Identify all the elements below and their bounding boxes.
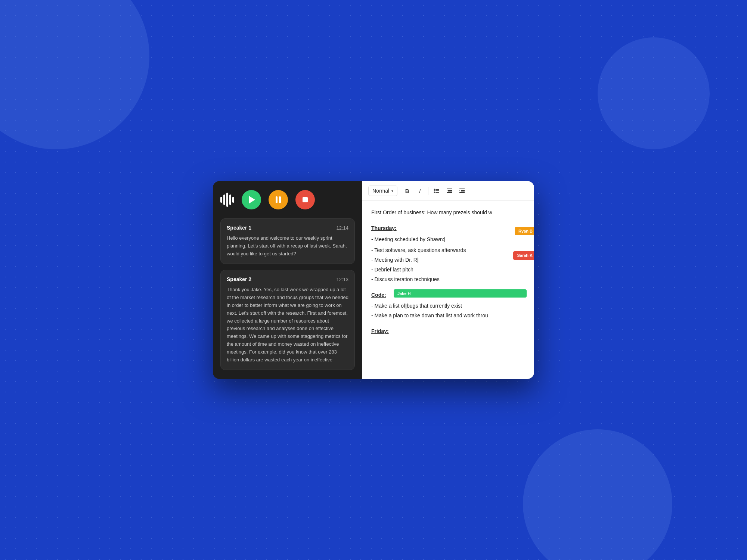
stop-icon: [303, 197, 308, 202]
svg-rect-7: [448, 190, 452, 191]
code-heading-container: Code: Jake H: [371, 291, 525, 300]
code-item-2: - Make a plan to take down that list and…: [371, 311, 525, 320]
thursday-item-1: - Meeting scheduled by Shawn:: [371, 235, 525, 244]
thursday-item-1-container: - Meeting scheduled by Shawn: Ryan B: [371, 235, 525, 244]
pause-bar-1: [276, 196, 278, 203]
bg-circle-tl: [0, 0, 149, 149]
left-panel: Speaker 1 12:14 Hello everyone and welco…: [213, 181, 362, 379]
wave-bar-2: [223, 195, 225, 205]
transcript-card-1: Speaker 1 12:14 Hello everyone and welco…: [220, 218, 355, 264]
toolbar-divider: [428, 187, 428, 195]
pause-bar-2: [279, 196, 281, 203]
svg-rect-11: [459, 189, 465, 189]
waveform-icon: [220, 192, 234, 207]
editor-toolbar: Normal ▾ B I: [362, 181, 534, 201]
svg-rect-0: [436, 189, 439, 190]
speaker-2-name: Speaker 2: [227, 276, 251, 282]
svg-rect-6: [447, 189, 452, 189]
style-label: Normal: [372, 188, 389, 194]
speaker-1-name: Speaker 1: [227, 225, 251, 231]
svg-rect-2: [436, 192, 439, 193]
thursday-section: Thursday: - Meeting scheduled by Shawn: …: [371, 224, 525, 284]
pause-icon: [276, 196, 281, 203]
svg-rect-9: [447, 192, 452, 193]
svg-point-5: [434, 192, 435, 193]
svg-marker-10: [447, 190, 447, 191]
thursday-item-5: - Discuss iteration techniques: [371, 275, 525, 284]
svg-rect-1: [436, 190, 439, 191]
transcript-text-2: Thank you Jake. Yes, so last week we wra…: [227, 286, 348, 364]
editor-content[interactable]: First Order of business: How many prezel…: [362, 201, 534, 379]
editor-intro: First Order of business: How many prezel…: [371, 208, 525, 217]
timestamp-2: 12:13: [336, 277, 348, 282]
chevron-down-icon: ▾: [391, 189, 393, 193]
timestamp-1: 12:14: [336, 225, 348, 231]
pause-button[interactable]: [269, 190, 288, 209]
indent-button[interactable]: [456, 185, 468, 197]
controls-row: [220, 190, 355, 212]
thursday-item-4: - Debrief last pitch: [371, 265, 525, 274]
bullet-list-button[interactable]: [431, 185, 443, 197]
cursor-1: [444, 237, 445, 242]
outdent-button[interactable]: [443, 185, 455, 197]
bg-circle-tr: [598, 37, 710, 149]
cursor-3: [406, 304, 406, 309]
card-header-1: Speaker 1 12:14: [227, 225, 348, 231]
thursday-item-2: - Test software, ask questions afterward…: [371, 246, 525, 255]
wave-bar-4: [229, 195, 231, 205]
play-button[interactable]: [242, 190, 261, 209]
ryan-badge: Ryan B: [515, 227, 534, 236]
wave-bar-5: [232, 197, 234, 203]
outdent-icon: [446, 187, 453, 194]
friday-section: Friday:: [371, 327, 525, 336]
bold-icon: B: [405, 188, 409, 194]
style-dropdown[interactable]: Normal ▾: [368, 186, 397, 196]
transcript-card-2: Speaker 2 12:13 Thank you Jake. Yes, so …: [220, 270, 355, 370]
wave-bar-1: [220, 197, 222, 203]
bg-circle-br: [523, 429, 672, 560]
bullet-list-icon: [433, 187, 440, 194]
svg-rect-14: [459, 192, 465, 193]
thursday-item-3: - Meeting with Dr. R: [371, 256, 525, 265]
friday-heading: Friday:: [371, 327, 525, 336]
wave-bar-3: [226, 193, 228, 207]
thursday-item-2-container: - Test software, ask questions afterward…: [371, 246, 525, 255]
play-icon: [249, 196, 255, 203]
svg-point-3: [434, 189, 435, 190]
svg-marker-15: [459, 190, 460, 191]
bold-button[interactable]: B: [401, 185, 413, 197]
svg-rect-12: [461, 190, 465, 191]
svg-rect-13: [461, 192, 465, 192]
code-section: Code: Jake H - Make a list ofbugs that c…: [371, 291, 525, 320]
indent-icon: [459, 187, 465, 194]
right-panel: Normal ▾ B I: [362, 181, 534, 379]
card-header-2: Speaker 2 12:13: [227, 276, 348, 282]
cursor-2: [418, 258, 418, 263]
jake-badge: Jake H: [394, 289, 527, 298]
transcript-text-1: Hello everyone and welcome to our weekly…: [227, 234, 348, 258]
svg-point-4: [434, 190, 435, 192]
code-item-1: - Make a list ofbugs that currently exis…: [371, 302, 525, 311]
italic-icon: I: [419, 188, 421, 194]
svg-rect-8: [448, 192, 452, 192]
stop-button[interactable]: [295, 190, 315, 209]
thursday-heading: Thursday:: [371, 224, 525, 233]
italic-button[interactable]: I: [414, 185, 426, 197]
main-window: Speaker 1 12:14 Hello everyone and welco…: [213, 181, 534, 379]
